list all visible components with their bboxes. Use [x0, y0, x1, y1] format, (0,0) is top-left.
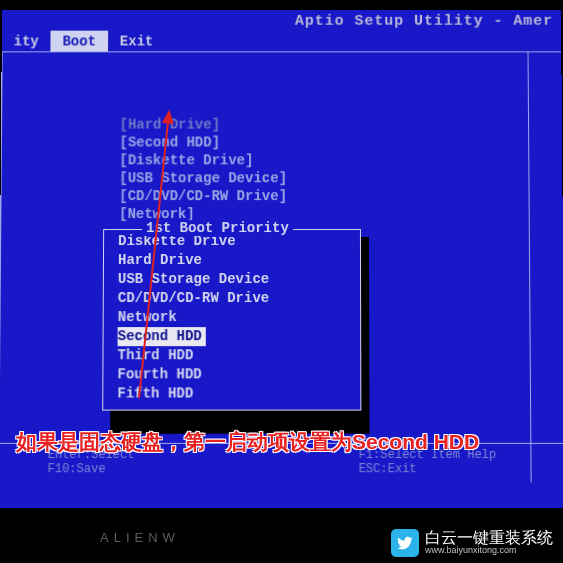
tab-boot[interactable]: Boot — [51, 31, 108, 52]
boot-order-list: [Hard Drive] [Second HDD] [Diskette Driv… — [119, 116, 287, 223]
boot-item[interactable]: [Diskette Drive] — [119, 151, 287, 169]
popup-option[interactable]: Hard Drive — [104, 251, 360, 270]
hint-esc: ESC:Exit — [359, 462, 497, 476]
boot-category[interactable]: [Hard Drive] — [120, 116, 287, 134]
watermark-url: www.baiyunxitong.com — [425, 545, 553, 555]
tab-partial[interactable]: ity — [2, 31, 51, 52]
tab-exit[interactable]: Exit — [108, 31, 165, 52]
boot-item[interactable]: [CD/DVD/CD-RW Drive] — [119, 187, 287, 205]
popup-option[interactable]: USB Storage Device — [104, 270, 360, 289]
menu-tabs: ity Boot Exit — [2, 31, 562, 53]
bios-title: Aptio Setup Utility - Amer — [2, 10, 561, 31]
watermark-text: 白云一键重装系统 — [425, 531, 553, 545]
hint-f10: F10:Save — [48, 462, 135, 476]
popup-option[interactable]: Network — [104, 308, 361, 327]
popup-option-selected[interactable]: Second HDD — [118, 327, 206, 346]
help-panel — [528, 52, 563, 482]
popup-option[interactable]: Fifth HDD — [103, 384, 360, 403]
popup-title: 1st Boot Priority — [142, 220, 293, 236]
boot-item[interactable]: [USB Storage Device] — [119, 169, 287, 187]
watermark: 白云一键重装系统 www.baiyunxitong.com — [391, 529, 553, 557]
annotation-text: 如果是固态硬盘，第一启动项设置为Second HDD — [16, 428, 479, 456]
bird-icon — [391, 529, 419, 557]
main-panel: [Hard Drive] [Second HDD] [Diskette Driv… — [0, 52, 563, 482]
laptop-brand: ALIENW — [100, 530, 180, 545]
boot-item[interactable]: [Second HDD] — [119, 134, 287, 152]
popup-option[interactable]: CD/DVD/CD-RW Drive — [104, 289, 360, 308]
